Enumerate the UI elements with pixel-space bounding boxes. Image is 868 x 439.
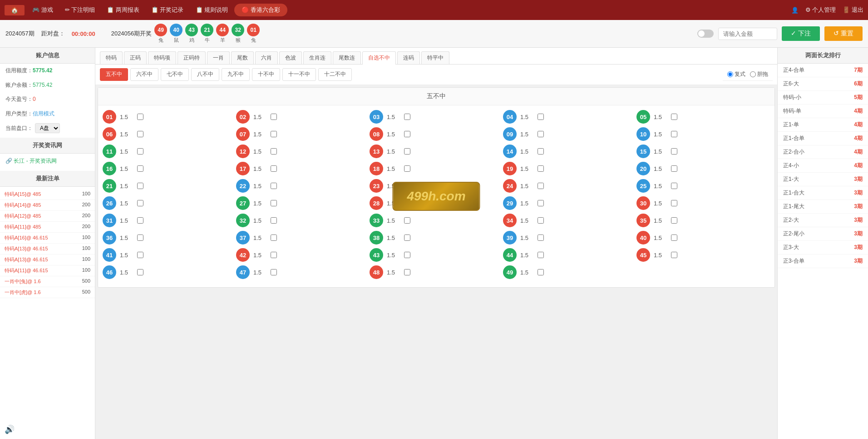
number-checkbox[interactable] [137,234,143,241]
bet-button[interactable]: ✓ 下注 [782,26,820,41]
user-icon[interactable]: 👤 [791,7,799,14]
toggle-switch[interactable] [697,30,714,38]
number-checkbox[interactable] [671,114,677,120]
list-item[interactable]: 特码-小5期 [778,91,868,105]
tab-chain[interactable]: 连码 [397,51,420,64]
number-checkbox[interactable] [271,217,277,224]
list-item[interactable]: 正1-尾大3期 [778,200,868,214]
list-item[interactable]: 正4-小4期 [778,159,868,173]
number-checkbox[interactable] [404,165,410,172]
number-checkbox[interactable] [538,165,544,172]
number-checkbox[interactable] [137,165,143,172]
tab-six-zodiac[interactable]: 六肖 [255,51,278,64]
number-checkbox[interactable] [671,165,677,172]
number-checkbox[interactable] [538,183,544,189]
number-checkbox[interactable] [538,217,544,224]
number-checkbox[interactable] [671,217,677,224]
number-checkbox[interactable] [271,200,277,206]
number-checkbox[interactable] [271,269,277,275]
personal-manage[interactable]: ⚙ 个人管理 [805,6,836,14]
nav-bet-detail[interactable]: ✏ 下注明细 [59,4,101,16]
number-checkbox[interactable] [137,269,143,275]
number-checkbox[interactable] [538,200,544,206]
number-checkbox[interactable] [404,183,410,189]
sub-tab-12[interactable]: 十二不中 [318,68,352,81]
number-checkbox[interactable] [137,183,143,189]
number-checkbox[interactable] [271,183,277,189]
number-checkbox[interactable] [538,148,544,155]
sub-tab-8[interactable]: 八不中 [191,68,219,81]
number-checkbox[interactable] [671,148,677,155]
list-item[interactable]: 正1-大3期 [778,173,868,186]
nav-game[interactable]: 🎮 🎮 游戏游戏 [27,4,59,16]
tab-one-zodiac[interactable]: 一肖 [207,51,230,64]
number-checkbox[interactable] [137,217,143,224]
number-checkbox[interactable] [404,131,410,137]
home-button[interactable]: 🏠 [5,5,25,15]
tab-self-select[interactable]: 自选不中 [362,51,396,65]
number-checkbox[interactable] [404,252,410,258]
single-radio-input[interactable] [750,71,756,77]
tab-special[interactable]: 特码 [100,51,123,64]
list-item[interactable]: 正2-尾小3期 [778,227,868,241]
number-checkbox[interactable] [671,200,677,206]
number-checkbox[interactable] [271,234,277,241]
list-item[interactable]: 特码-单4期 [778,105,868,118]
tab-zodiac-chain[interactable]: 生肖连 [303,51,331,64]
list-item[interactable]: 正6-大6期 [778,77,868,91]
list-item[interactable]: 正3-大3期 [778,241,868,254]
number-checkbox[interactable] [137,252,143,258]
number-checkbox[interactable] [271,252,277,258]
number-checkbox[interactable] [538,269,544,275]
nav-rules[interactable]: 📋 规则说明 [190,4,234,16]
nav-hong-kong[interactable]: 🔴 香港六合彩 [234,4,287,16]
number-checkbox[interactable] [404,148,410,155]
number-checkbox[interactable] [137,148,143,155]
single-radio[interactable]: 胆拖 [750,70,768,78]
sub-tab-10[interactable]: 十不中 [252,68,280,81]
news-link[interactable]: 🔗 长江 - 开奖资讯网 [0,154,95,169]
number-checkbox[interactable] [538,131,544,137]
sub-tab-11[interactable]: 十一不中 [282,68,316,81]
sub-tab-9[interactable]: 九不中 [222,68,250,81]
tab-special-flat[interactable]: 特平中 [421,51,449,64]
number-checkbox[interactable] [404,200,410,206]
tab-special-item[interactable]: 特码项 [148,51,176,64]
number-checkbox[interactable] [271,165,277,172]
sub-tab-6[interactable]: 六不中 [130,68,158,81]
number-checkbox[interactable] [671,131,677,137]
number-checkbox[interactable] [404,114,410,120]
number-checkbox[interactable] [404,234,410,241]
list-item[interactable]: 正2-合小4期 [778,145,868,159]
list-item[interactable]: 正1-单4期 [778,118,868,132]
number-checkbox[interactable] [671,252,677,258]
disk-selector[interactable]: A盘 B盘 C盘 [35,123,60,133]
nav-report[interactable]: 📋 两周报表 [101,4,145,16]
number-checkbox[interactable] [137,114,143,120]
tab-normal[interactable]: 正码 [124,51,147,64]
nav-lottery-record[interactable]: 📋 开奖记录 [146,4,189,16]
logout[interactable]: 🚪 退出 [843,6,863,14]
number-checkbox[interactable] [404,269,410,275]
tab-tail-chain[interactable]: 尾数连 [333,51,361,64]
tab-color[interactable]: 色波 [279,51,302,64]
number-checkbox[interactable] [271,148,277,155]
list-item[interactable]: 正2-大3期 [778,214,868,227]
sub-tab-7[interactable]: 七不中 [161,68,189,81]
sub-tab-5[interactable]: 五不中 [100,68,128,81]
reset-button[interactable]: ↺ 重置 [824,26,863,41]
list-item[interactable]: 正1-合大3期 [778,186,868,200]
number-checkbox[interactable] [271,131,277,137]
number-checkbox[interactable] [671,234,677,241]
number-checkbox[interactable] [271,114,277,120]
number-checkbox[interactable] [538,234,544,241]
number-checkbox[interactable] [538,252,544,258]
list-item[interactable]: 正3-合单3期 [778,254,868,268]
list-item[interactable]: 正1-合单4期 [778,132,868,145]
number-checkbox[interactable] [137,131,143,137]
number-checkbox[interactable] [538,114,544,120]
amount-input[interactable] [718,28,777,40]
tab-tail[interactable]: 尾数 [231,51,254,64]
number-checkbox[interactable] [137,200,143,206]
list-item[interactable]: 正4-合单7期 [778,64,868,77]
